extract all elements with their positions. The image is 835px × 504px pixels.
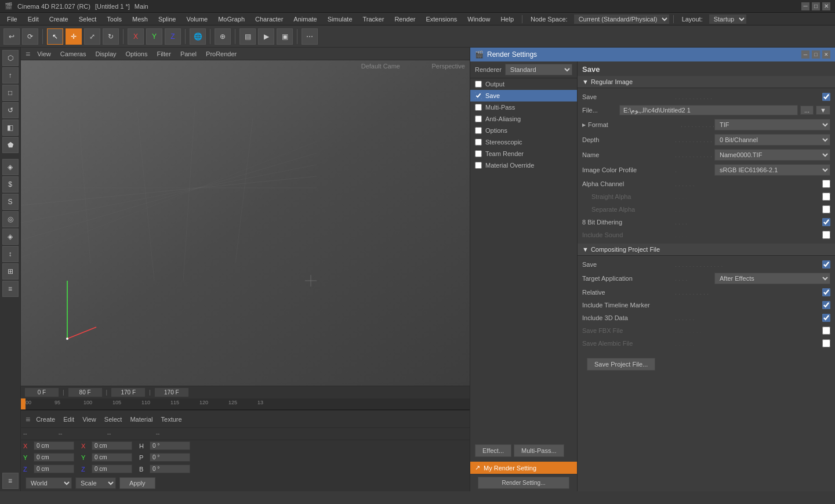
y-rot-input[interactable] (92, 453, 132, 462)
viewport-canvas[interactable] (21, 60, 470, 386)
sidebar-icon-14[interactable]: ≡ (2, 281, 19, 297)
multipass-button[interactable]: Multi-Pass... (514, 444, 564, 457)
timeline-ruler[interactable]: 00 95 100 105 110 115 120 125 13 (26, 398, 470, 409)
sidebar-icon-11[interactable]: ◈ (2, 229, 19, 245)
material-edit[interactable]: Edit (61, 415, 77, 424)
render-button[interactable]: ▶ (258, 28, 274, 45)
menu-character[interactable]: Character (251, 14, 288, 24)
material-view[interactable]: View (80, 415, 99, 424)
menu-tools[interactable]: Tools (102, 14, 126, 24)
menu-edit[interactable]: Edit (23, 14, 43, 24)
viewport-view-menu[interactable]: View (35, 49, 53, 59)
node-space-select[interactable]: Current (Standard/Physical) (573, 14, 670, 24)
nav-materialoverride[interactable]: Material Override (470, 159, 577, 171)
viewport-filter-menu[interactable]: Filter (154, 49, 173, 59)
nav-options[interactable]: Options (470, 125, 577, 136)
b-input[interactable] (150, 465, 190, 473)
menu-mograph[interactable]: MoGraph (213, 14, 249, 24)
render-panel-maximize[interactable]: □ (812, 50, 820, 59)
material-create[interactable]: Create (34, 415, 57, 424)
name-select[interactable]: Name0000.TIF (714, 149, 830, 161)
nav-save[interactable]: Save (470, 90, 577, 101)
menu-create[interactable]: Create (45, 14, 73, 24)
world-button[interactable]: 🌐 (190, 28, 206, 45)
menu-spline[interactable]: Spline (154, 14, 181, 24)
file-path-input[interactable] (619, 105, 798, 115)
image-color-select[interactable]: sRGB IEC61966-2.1 (714, 164, 830, 176)
menu-simulate[interactable]: Simulate (323, 14, 357, 24)
include-sound-checkbox[interactable] (822, 231, 830, 239)
save-project-button[interactable]: Save Project File... (587, 358, 655, 371)
undo-button[interactable]: ↩ (3, 28, 20, 45)
close-button[interactable]: ✕ (822, 2, 830, 10)
separate-alpha-checkbox[interactable] (822, 205, 830, 213)
nav-multipass[interactable]: Multi-Pass (470, 101, 577, 113)
viewport-prorender-menu[interactable]: ProRender (204, 49, 239, 59)
material-material[interactable]: Material (128, 415, 155, 424)
scale-select[interactable]: Scale (75, 477, 116, 489)
render-setting-item[interactable]: ↗ My Render Setting (470, 462, 577, 474)
render-panel-minimize[interactable]: ─ (801, 50, 809, 59)
menu-file[interactable]: File (2, 14, 22, 24)
current-frame-input[interactable] (24, 387, 59, 397)
menu-volume[interactable]: Volume (181, 14, 212, 24)
sidebar-icon-6[interactable]: ⬟ (2, 137, 19, 153)
menu-select[interactable]: Select (74, 14, 101, 24)
nav-aa-checkbox[interactable] (475, 115, 482, 122)
nav-output-checkbox[interactable] (475, 81, 482, 88)
more-tools-button[interactable]: ⋯ (302, 28, 318, 45)
move-tool-button[interactable]: ↖ (47, 28, 63, 45)
regular-image-header[interactable]: ▼ Regular Image (578, 76, 835, 88)
y-pos-input[interactable] (34, 453, 74, 462)
x-axis-button[interactable]: X (128, 28, 144, 45)
menu-extensions[interactable]: Extensions (421, 14, 462, 24)
sidebar-icon-1[interactable]: ⬡ (2, 50, 19, 66)
x-pos-input[interactable] (34, 441, 74, 450)
world-select[interactable]: World (26, 477, 72, 489)
sidebar-icon-13[interactable]: ⊞ (2, 263, 19, 280)
layout-select[interactable]: Startup (709, 14, 747, 24)
sidebar-icon-10[interactable]: ◎ (2, 211, 19, 227)
renderer-select[interactable]: Standard (505, 64, 572, 75)
timeline-playhead[interactable] (21, 398, 26, 409)
p-input[interactable] (150, 453, 190, 462)
depth-select[interactable]: 0 Bit/Channel (714, 134, 830, 146)
save-alembic-checkbox[interactable] (822, 339, 830, 347)
add-button[interactable]: ⊕ (215, 28, 231, 45)
material-texture[interactable]: Texture (159, 415, 184, 424)
nav-save-checkbox[interactable] (475, 92, 482, 99)
sidebar-icon-4[interactable]: ↺ (2, 102, 19, 118)
play-frame-input[interactable] (154, 387, 189, 397)
h-input[interactable] (150, 441, 190, 450)
render-preview-button[interactable]: ▤ (239, 28, 256, 45)
sidebar-icon-7[interactable]: ◈ (2, 159, 19, 175)
apply-button[interactable]: Apply (119, 477, 155, 489)
maximize-button[interactable]: □ (812, 2, 820, 10)
nav-multipass-checkbox[interactable] (475, 104, 482, 111)
file-browse-btn2[interactable]: ▼ (816, 106, 830, 115)
compositing-header[interactable]: ▼ Compositing Project File (578, 244, 835, 256)
sidebar-icon-12[interactable]: ↕ (2, 246, 19, 262)
timeline-marker-checkbox[interactable] (822, 301, 830, 309)
z-axis-button[interactable]: Z (165, 28, 181, 45)
file-browse-btn1[interactable]: ... (800, 106, 814, 115)
x-rot-input[interactable] (92, 441, 132, 450)
minimize-button[interactable]: ─ (801, 2, 809, 10)
scale-button[interactable]: ⤢ (84, 28, 100, 45)
sidebar-icon-2[interactable]: ↑ (2, 67, 19, 84)
viewport-display-menu[interactable]: Display (93, 49, 118, 59)
total-frame-input[interactable] (111, 387, 146, 397)
save-fbx-checkbox[interactable] (822, 327, 830, 335)
menu-help[interactable]: Help (496, 14, 518, 24)
viewport[interactable]: Perspective Default Came (21, 60, 470, 386)
comp-save-checkbox[interactable] (822, 260, 830, 269)
bit-dithering-checkbox[interactable] (822, 218, 830, 226)
nav-options-checkbox[interactable] (475, 127, 482, 134)
nav-antialiasing[interactable]: Anti-Aliasing (470, 113, 577, 125)
z-pos-input[interactable] (34, 465, 74, 473)
straight-alpha-checkbox[interactable] (822, 193, 830, 201)
nav-output[interactable]: Output (470, 78, 577, 90)
nav-stereo-checkbox[interactable] (475, 139, 482, 146)
nav-teamrender-checkbox[interactable] (475, 150, 482, 157)
sidebar-icon-8[interactable]: $ (2, 176, 19, 193)
